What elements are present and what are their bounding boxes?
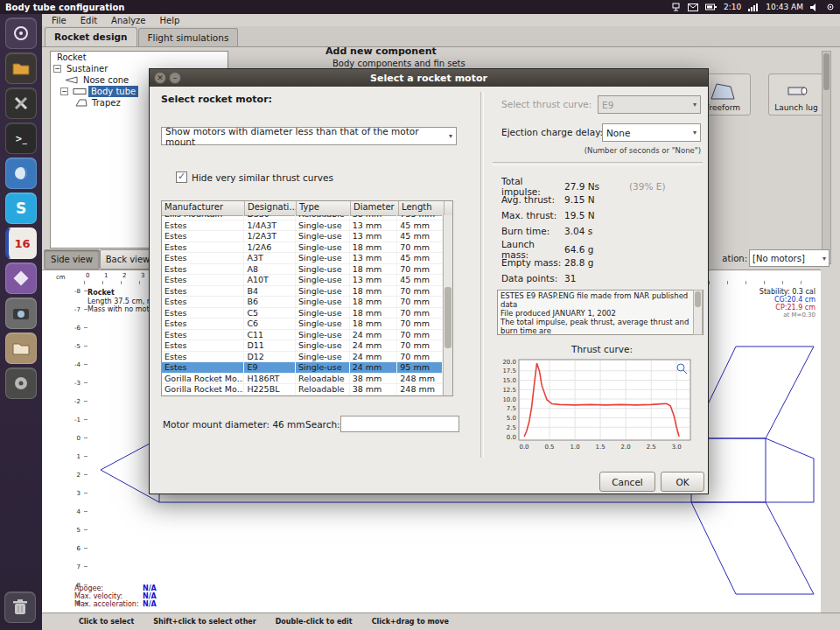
motor-stats: Total impulse:27.9 Ns(39% E)Avg. thrust:…: [501, 176, 704, 286]
battery-time[interactable]: 2:10: [724, 3, 741, 11]
table-cell: Single-use: [296, 330, 350, 340]
active-window-title: Body tube configuration: [0, 3, 124, 12]
table-cell: Reloadable: [296, 215, 350, 220]
table-row[interactable]: Gorilla Rocket Mo...H186RTReloadable38 m…: [162, 374, 443, 385]
table-row[interactable]: Gorilla Rocket Mo...H225BLReloadable38 m…: [162, 384, 443, 396]
close-icon[interactable]: ✕: [154, 72, 166, 84]
table-row[interactable]: EstesC11Single-use24 mm70 mm: [162, 330, 443, 341]
battery-icon[interactable]: [705, 4, 717, 10]
hide-similar-label: Hide very similar thrust curves: [192, 172, 333, 183]
table-row[interactable]: EstesC5Single-use18 mm70 mm: [162, 308, 443, 319]
ejection-delay-dropdown[interactable]: None ▾: [602, 123, 701, 142]
disks-icon[interactable]: [5, 368, 37, 399]
checkbox-checked-icon[interactable]: ✓: [176, 172, 187, 183]
terminal-icon[interactable]: >_: [5, 122, 37, 154]
browser-icon[interactable]: [5, 158, 37, 189]
tab-flight-simulations[interactable]: Flight simulations: [138, 28, 239, 46]
fin-set-icon: [75, 99, 88, 107]
stat-label: Data points:: [501, 273, 564, 284]
session-gear-icon[interactable]: [826, 3, 835, 11]
skype-icon[interactable]: S: [5, 192, 37, 224]
minimize-icon[interactable]: –: [169, 72, 181, 84]
svg-text:17.5: 17.5: [502, 368, 516, 374]
sound-icon[interactable]: [810, 4, 819, 11]
flight-stat-label: Apogee:: [74, 584, 143, 592]
motor-configuration-label: ation:: [719, 254, 747, 263]
cancel-button[interactable]: Cancel: [599, 472, 655, 492]
ok-button[interactable]: OK: [661, 472, 704, 492]
motor-table-header: ManufacturerDesignati...TypeDiameterLeng…: [162, 201, 452, 216]
table-cell: Single-use: [296, 340, 350, 351]
back-view-button[interactable]: Back view: [100, 249, 156, 270]
stat-value: 31: [564, 273, 629, 284]
top-panel: Body tube configuration 2:10 10:43 AM: [0, 0, 840, 14]
scrollbar-thumb[interactable]: [444, 287, 452, 348]
dialog-titlebar[interactable]: Select a rocket motor: [150, 69, 708, 87]
table-cell: Estes: [162, 275, 244, 285]
table-row[interactable]: EstesB6Single-use18 mm70 mm: [162, 297, 443, 308]
table-cell: 18 mm: [350, 308, 398, 318]
trash-icon[interactable]: [4, 592, 36, 623]
clock[interactable]: 10:43 AM: [766, 3, 803, 11]
dash-home-icon[interactable]: [5, 18, 37, 49]
files-icon[interactable]: [5, 52, 37, 84]
tree-item-rocket[interactable]: Rocket: [51, 52, 228, 63]
table-cell: Single-use: [296, 253, 350, 263]
table-cell: Single-use: [296, 242, 350, 253]
table-row[interactable]: Estes1/2A6Single-use18 mm70 mm: [162, 242, 443, 254]
menu-file[interactable]: File: [46, 16, 73, 25]
table-cell: Single-use: [296, 231, 350, 242]
column-header[interactable]: Designati...: [245, 201, 297, 215]
table-scrollbar[interactable]: [443, 215, 452, 396]
table-row[interactable]: EstesA3TSingle-use13 mm45 mm: [162, 253, 443, 264]
camera-app-icon[interactable]: [5, 298, 37, 329]
column-header[interactable]: Diameter: [351, 201, 399, 215]
table-row[interactable]: EstesA8Single-use18 mm70 mm: [162, 264, 443, 276]
collapse-icon[interactable]: −: [60, 88, 68, 95]
folder-app-icon[interactable]: [5, 332, 37, 364]
motor-description[interactable]: ESTES E9 RASP.ENG file made from NAR pub…: [497, 290, 704, 335]
scrollbar-thumb[interactable]: [695, 291, 701, 307]
side-view-button[interactable]: Side view: [44, 249, 100, 270]
diameter-filter-dropdown[interactable]: Show motors with diameter less than that…: [161, 127, 457, 145]
table-row[interactable]: EstesA10TSingle-use13 mm45 mm: [162, 275, 443, 286]
tools-icon[interactable]: [5, 88, 37, 119]
flight-summary: Apogee:N/AMax. velocity:N/AMax. accelera…: [74, 584, 157, 608]
hide-similar-checkbox-row[interactable]: ✓ Hide very similar thrust curves: [176, 172, 333, 183]
tab-rocket-design[interactable]: Rocket design: [45, 27, 137, 46]
column-header[interactable]: Length: [399, 201, 444, 215]
table-row[interactable]: Estes1/4A3TSingle-use13 mm45 mm: [162, 220, 443, 232]
body-tube-icon: [73, 88, 87, 95]
thrust-curve-dropdown[interactable]: E9 ▾: [598, 95, 701, 114]
menu-edit[interactable]: Edit: [74, 16, 103, 25]
table-row[interactable]: Estes1/2A3TSingle-use13 mm45 mm: [162, 231, 443, 242]
description-scrollbar[interactable]: [693, 290, 703, 335]
table-cell: H186RT: [244, 374, 296, 384]
panel-scrollbar[interactable]: [822, 51, 831, 264]
launch-lug-button[interactable]: Launch lug: [768, 74, 824, 116]
table-row[interactable]: EstesD12Single-use24 mm70 mm: [162, 352, 443, 363]
menu-analyze[interactable]: Analyze: [105, 16, 151, 25]
network-icon[interactable]: [671, 3, 681, 11]
menu-help[interactable]: Help: [154, 16, 186, 25]
search-input[interactable]: [340, 416, 459, 432]
office-app-icon[interactable]: [5, 262, 37, 294]
table-row[interactable]: EstesC6Single-use18 mm70 mm: [162, 318, 443, 330]
table-row[interactable]: EstesD11Single-use24 mm70 mm: [162, 340, 443, 352]
flight-stat-label: Max. acceleration:: [74, 600, 143, 608]
table-cell: 38 mm: [350, 374, 398, 384]
scrollbar-thumb[interactable]: [823, 53, 830, 90]
motor-configuration-dropdown[interactable]: [No motors] ▾: [749, 249, 830, 267]
svg-text:0.5: 0.5: [544, 444, 554, 451]
table-row[interactable]: EstesE9Single-use24 mm95 mm: [162, 362, 443, 374]
column-header[interactable]: Type: [297, 201, 351, 215]
signal-icon[interactable]: [748, 4, 759, 11]
column-header[interactable]: Manufacturer: [162, 201, 245, 215]
mail-icon[interactable]: [688, 4, 698, 11]
table-row[interactable]: EstesB4Single-use18 mm70 mm: [162, 286, 443, 298]
table-cell: 38 mm: [350, 215, 398, 220]
video-editor-icon[interactable]: 16: [5, 228, 37, 259]
table-cell: 24 mm: [350, 330, 398, 340]
thrust-curve-chart[interactable]: 0.02.55.07.510.012.515.017.520.00.00.51.…: [493, 356, 703, 456]
collapse-icon[interactable]: −: [53, 65, 61, 73]
